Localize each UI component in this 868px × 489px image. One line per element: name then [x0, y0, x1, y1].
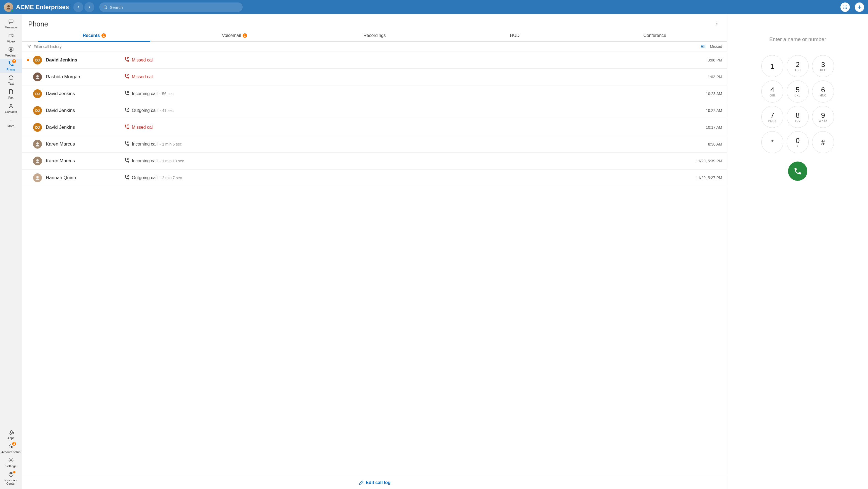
call-status: Missed call	[124, 57, 685, 63]
edit-call-log-button[interactable]: Edit call log	[22, 476, 727, 489]
svg-point-5	[846, 5, 847, 6]
dialpad-key-2[interactable]: 2ABC	[787, 55, 809, 77]
call-status-label: Missed call	[132, 58, 154, 63]
dialpad-key-9[interactable]: 9WXYZ	[812, 106, 834, 128]
call-row[interactable]: Karen MarcusIncoming call1 min 13 sec11/…	[22, 153, 727, 169]
filter-input[interactable]	[34, 44, 89, 49]
nav-item-resource-center[interactable]: Resource Center	[0, 469, 22, 487]
call-time: 10:23 AM	[689, 92, 722, 96]
svg-point-33	[36, 176, 39, 178]
call-status: Incoming call56 sec	[124, 90, 685, 97]
dialpad-key-8[interactable]: 8TUV	[787, 106, 809, 128]
dialpad-key-7[interactable]: 7PQRS	[761, 106, 783, 128]
contact-avatar	[33, 72, 42, 81]
missed-call-icon	[124, 57, 130, 63]
nav-item-account-setup[interactable]: Account setup2	[0, 441, 22, 455]
app-header: ACME Enterprises	[0, 0, 868, 14]
message-icon	[7, 18, 16, 25]
nav-item-message[interactable]: Message	[0, 17, 22, 31]
dialpad-digit: 5	[796, 86, 800, 93]
nav-item-apps[interactable]: Apps	[0, 427, 22, 441]
tab-label: Conference	[644, 33, 666, 38]
user-avatar-icon	[6, 4, 11, 10]
add-button[interactable]	[855, 2, 864, 12]
call-row[interactable]: DJDavid JenkinsIncoming call56 sec10:23 …	[22, 86, 727, 102]
phone-tabs: Recents1Voicemail1RecordingsHUDConferenc…	[22, 30, 727, 42]
dialpad-key-*[interactable]: *	[761, 131, 783, 153]
svg-point-32	[36, 159, 39, 161]
tab-hud[interactable]: HUD	[445, 30, 585, 41]
dialpad-key-0[interactable]: 0+	[787, 131, 809, 153]
chip-missed[interactable]: Missed	[710, 44, 722, 49]
dialpad-digit: 2	[796, 61, 800, 68]
dialpad-key-6[interactable]: 6MNO	[812, 80, 834, 102]
tab-conference[interactable]: Conference	[585, 30, 725, 41]
svg-point-21	[11, 120, 11, 121]
chip-all[interactable]: All	[701, 44, 706, 49]
tab-recordings[interactable]: Recordings	[304, 30, 444, 41]
call-duration: 56 sec	[160, 92, 174, 96]
missed-call-icon	[124, 74, 130, 80]
dialpad-key-3[interactable]: 3DEF	[812, 55, 834, 77]
dialpad-button[interactable]	[840, 2, 850, 12]
svg-point-3	[843, 5, 844, 6]
dialpad-key-1[interactable]: 1	[761, 55, 783, 77]
incoming-call-icon	[124, 141, 130, 148]
nav-item-label: More	[7, 124, 14, 128]
call-status-label: Incoming call	[132, 91, 157, 96]
nav-forward-button[interactable]	[84, 2, 94, 12]
nav-item-webinar[interactable]: Webinar	[0, 45, 22, 59]
dialpad-key-5[interactable]: 5JKL	[787, 80, 809, 102]
contact-avatar: DJ	[33, 56, 42, 65]
call-time: 11/29, 5:27 PM	[689, 175, 722, 180]
dialpad-key-4[interactable]: 4GHI	[761, 80, 783, 102]
tab-recents[interactable]: Recents1	[24, 30, 164, 41]
search-box[interactable]	[99, 2, 243, 12]
call-row[interactable]: Karen MarcusIncoming call1 min 6 sec8:30…	[22, 136, 727, 153]
nav-item-contacts[interactable]: Contacts	[0, 101, 22, 115]
call-row[interactable]: DJDavid JenkinsOutgoing call41 sec10:22 …	[22, 102, 727, 119]
svg-point-0	[7, 5, 10, 7]
dial-input-placeholder[interactable]: Enter a name or number	[769, 36, 826, 42]
nav-item-settings[interactable]: Settings	[0, 455, 22, 469]
nav-item-text[interactable]: Text	[0, 73, 22, 87]
contact-avatar	[33, 140, 42, 149]
call-button[interactable]	[788, 162, 807, 181]
svg-rect-16	[9, 48, 13, 51]
dialpad-digit: 3	[821, 61, 825, 68]
nav-back-button[interactable]	[73, 2, 83, 12]
dialpad-digit: 4	[770, 86, 774, 93]
apps-icon	[7, 429, 16, 435]
call-time: 10:22 AM	[689, 108, 722, 113]
dialpad-digit: 9	[821, 111, 825, 119]
call-row[interactable]: DJDavid JenkinsMissed call10:17 AM	[22, 119, 727, 136]
call-row[interactable]: DJDavid JenkinsMissed call3:08 PM	[22, 52, 727, 69]
presence-indicator	[11, 9, 13, 12]
svg-point-18	[9, 76, 13, 80]
dialpad-icon	[843, 5, 847, 9]
settings-icon	[7, 457, 16, 464]
phone-panel: Phone Recents1Voicemail1RecordingsHUDCon…	[22, 14, 727, 489]
nav-item-phone[interactable]: Phone2	[0, 59, 22, 73]
nav-item-fax[interactable]: Fax	[0, 87, 22, 101]
nav-item-video[interactable]: Video	[0, 31, 22, 45]
svg-point-28	[717, 23, 717, 24]
dialpad-key-#[interactable]: #	[812, 131, 834, 153]
more-menu-button[interactable]	[713, 19, 721, 29]
nav-item-more[interactable]: More	[0, 115, 22, 129]
dialpad-letters: JKL	[795, 94, 801, 97]
svg-point-24	[11, 446, 13, 448]
dialpad-digit: 1	[770, 63, 774, 70]
search-input[interactable]	[110, 5, 239, 10]
tab-voicemail[interactable]: Voicemail1	[164, 30, 304, 41]
call-row[interactable]: Hannah QuinnOutgoing call2 min 7 sec11/2…	[22, 169, 727, 186]
call-status-label: Incoming call	[132, 159, 157, 163]
svg-point-9	[843, 8, 844, 9]
dialpad-letters: ABC	[795, 69, 801, 72]
contact-name: Rashida Morgan	[46, 74, 120, 80]
user-avatar[interactable]	[4, 2, 13, 12]
dialpad-letters: GHI	[770, 94, 775, 97]
call-row[interactable]: Rashida MorganMissed call1:03 PM	[22, 69, 727, 86]
missed-call-icon	[124, 124, 130, 131]
call-status: Outgoing call41 sec	[124, 107, 685, 114]
